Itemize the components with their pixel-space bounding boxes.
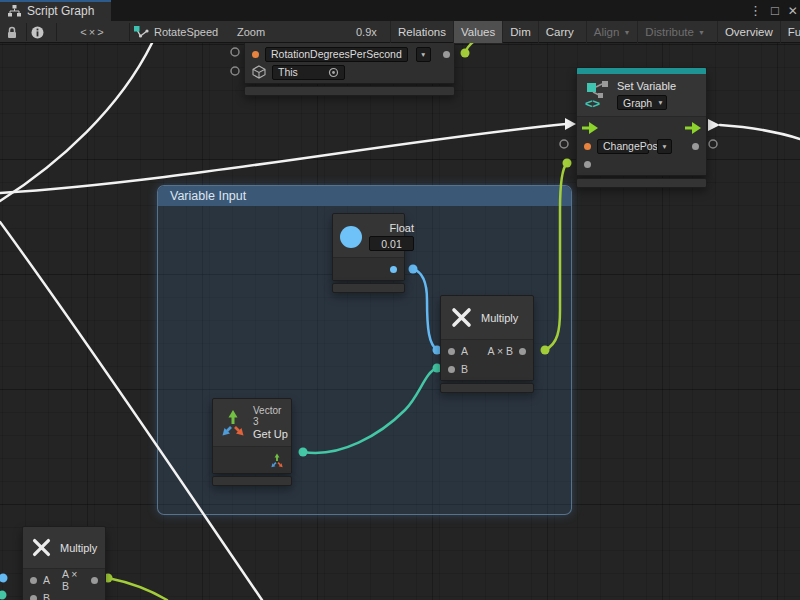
- wire-green-multiply2-out[interactable]: [108, 578, 167, 600]
- target-field[interactable]: This: [272, 65, 345, 80]
- window-menu-icon[interactable]: ⋮: [749, 3, 762, 18]
- variable-name-dropdown[interactable]: RotationDegreesPerSecond: [265, 47, 408, 62]
- port-ring[interactable]: [709, 140, 717, 148]
- input-b-label: B: [43, 592, 50, 600]
- flow-row: [577, 119, 706, 137]
- flow-arrowhead-out-of-set-variable: [708, 119, 720, 131]
- focused-tab-indicator: [0, 0, 111, 2]
- tab-bar: Script Graph ⋮ □ ✕: [0, 0, 800, 21]
- multiply-row-a: A A × B: [441, 342, 533, 360]
- node-set-variable[interactable]: <> Set Variable Graph ▼: [576, 67, 707, 188]
- graph-breadcrumb[interactable]: RotateSpeed: [134, 21, 218, 43]
- input-b-port[interactable]: [448, 366, 455, 373]
- port-ring[interactable]: [231, 67, 239, 75]
- set-variable-name-row: ChangePos ▼: [577, 137, 706, 155]
- distribute-dropdown[interactable]: Distribute ▼: [637, 21, 712, 43]
- input-a-label: A: [43, 574, 50, 586]
- wire-white-to-set-variable[interactable]: [0, 124, 566, 193]
- chevron-down-icon: ▼: [623, 29, 630, 36]
- dropdown-arrow-button[interactable]: ▼: [657, 139, 672, 154]
- output-port[interactable]: [91, 577, 98, 584]
- node-float-literal[interactable]: Float 0.01: [332, 213, 405, 293]
- value-output-port[interactable]: [443, 51, 450, 58]
- tab-title: Script Graph: [27, 4, 94, 18]
- values-button[interactable]: Values: [453, 21, 502, 43]
- node-footer: [212, 476, 292, 486]
- multiply-row-b: B: [441, 360, 533, 378]
- script-graph-window: Script Graph ⋮ □ ✕: [0, 0, 800, 600]
- float-output-port[interactable]: [390, 266, 397, 273]
- chevron-down-icon: ▼: [657, 99, 663, 106]
- wire-endpoint: [0, 574, 8, 583]
- variable-port[interactable]: [584, 143, 591, 150]
- graph-canvas[interactable]: Variable Input: [0, 43, 800, 600]
- input-a-port[interactable]: [448, 348, 455, 355]
- overview-button[interactable]: Overview: [717, 21, 780, 43]
- toolbar-buttons: Relations Values Dim Carry Align ▼ Distr…: [390, 21, 800, 43]
- float-output-row: [333, 260, 404, 278]
- multiply-row-a: A A × B: [23, 571, 105, 589]
- chevron-down-icon: ▼: [698, 29, 705, 36]
- flow-output-arrow[interactable]: [685, 122, 701, 134]
- code-preview-button[interactable]: <×>: [60, 21, 126, 43]
- wire-green-get-variable-out[interactable]: [465, 43, 476, 53]
- wire-white-from-set-variable[interactable]: [720, 125, 800, 139]
- node-footer: [244, 86, 455, 96]
- node-footer: [576, 178, 707, 188]
- gameobject-cube-icon: [252, 65, 266, 79]
- window-maximize-icon[interactable]: □: [771, 3, 779, 18]
- variable-scope-dropdown[interactable]: Graph ▼: [617, 95, 667, 110]
- code-brackets-icon: <×>: [80, 26, 105, 38]
- variable-port[interactable]: [252, 51, 259, 58]
- input-b-label: B: [461, 363, 468, 375]
- graph-toolbar: <×> RotateSpeed Zoom 0.9x Relations: [0, 21, 800, 43]
- node-title: Set Variable: [617, 80, 676, 92]
- vector3-icon: [220, 409, 246, 437]
- output-label: A × B: [488, 345, 513, 357]
- input-a-port[interactable]: [30, 577, 37, 584]
- lock-button[interactable]: [6, 21, 18, 43]
- wire-endpoint: [563, 159, 572, 168]
- multiply-icon: [30, 536, 53, 559]
- node-multiply-2[interactable]: Multiply A A × B B: [22, 526, 106, 600]
- port-ring[interactable]: [231, 48, 239, 56]
- zoom-label: Zoom: [237, 26, 265, 38]
- flow-input-arrow[interactable]: [582, 122, 598, 134]
- vector3-output-port[interactable]: [270, 453, 284, 468]
- value-input-port[interactable]: [584, 161, 591, 168]
- zoom-control: Zoom: [237, 21, 265, 43]
- carry-button[interactable]: Carry: [538, 21, 581, 43]
- dim-button[interactable]: Dim: [502, 21, 537, 43]
- object-picker-icon[interactable]: [328, 67, 339, 78]
- variable-name-dropdown[interactable]: ChangePos: [597, 139, 649, 154]
- group-title: Variable Input: [170, 189, 246, 203]
- wire-endpoint: [0, 591, 7, 600]
- value-input-row: [577, 155, 706, 173]
- float-value-field[interactable]: 0.01: [369, 236, 414, 251]
- node-get-variable[interactable]: RotationDegreesPerSecond ▼ This: [244, 43, 455, 96]
- node-multiply[interactable]: Multiply A A × B B: [440, 295, 534, 393]
- variables-icon: <>: [585, 81, 610, 109]
- dropdown-arrow-button[interactable]: ▼: [416, 47, 431, 62]
- float-type-icon: [340, 226, 362, 248]
- input-b-port[interactable]: [30, 595, 37, 600]
- window-close-icon[interactable]: ✕: [788, 4, 798, 18]
- info-button[interactable]: [31, 21, 44, 43]
- output-label: A × B: [62, 568, 85, 592]
- value-output-port[interactable]: [692, 143, 699, 150]
- align-dropdown[interactable]: Align ▼: [586, 21, 638, 43]
- node-get-up[interactable]: Vector 3 Get Up: [212, 398, 292, 486]
- full-screen-button[interactable]: Full Screen: [780, 21, 800, 43]
- node-title: Float: [369, 222, 414, 234]
- port-ring[interactable]: [560, 140, 568, 148]
- node-type-label: Vector 3: [253, 405, 288, 427]
- zoom-value: 0.9x: [356, 26, 377, 38]
- getup-output-row: [213, 449, 291, 471]
- node-footer: [332, 283, 405, 293]
- get-variable-target-row: This: [245, 63, 454, 81]
- group-header[interactable]: Variable Input: [158, 186, 571, 206]
- wire-white-top-left[interactable]: [0, 43, 152, 201]
- relations-button[interactable]: Relations: [390, 21, 453, 43]
- output-port[interactable]: [519, 348, 526, 355]
- tab-script-graph[interactable]: Script Graph: [0, 0, 111, 21]
